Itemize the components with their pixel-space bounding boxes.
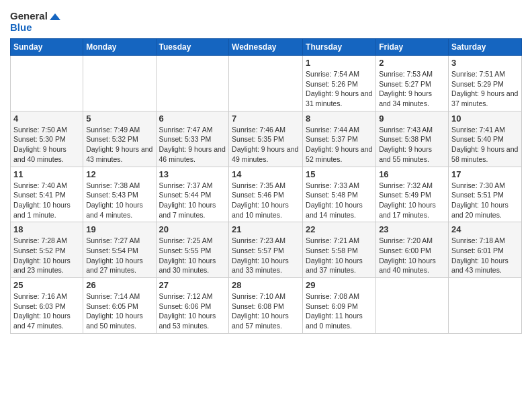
calendar-cell: 19Sunrise: 7:27 AMSunset: 5:54 PMDayligh… (83, 222, 156, 278)
day-info: Sunrise: 7:27 AMSunset: 5:54 PMDaylight:… (86, 236, 152, 275)
day-number: 23 (379, 224, 445, 234)
calendar-cell: 26Sunrise: 7:14 AMSunset: 6:05 PMDayligh… (83, 278, 156, 334)
weekday-header-row: SundayMondayTuesdayWednesdayThursdayFrid… (11, 39, 522, 56)
calendar-cell: 14Sunrise: 7:35 AMSunset: 5:46 PMDayligh… (229, 167, 303, 222)
calendar-cell (376, 278, 449, 334)
day-number: 5 (86, 113, 152, 124)
calendar-cell: 17Sunrise: 7:30 AMSunset: 5:51 PMDayligh… (449, 167, 522, 222)
weekday-header-wednesday: Wednesday (229, 39, 303, 56)
day-info: Sunrise: 7:12 AMSunset: 6:06 PMDaylight:… (159, 291, 226, 331)
calendar-cell: 3Sunrise: 7:51 AMSunset: 5:29 PMDaylight… (449, 56, 522, 111)
calendar-cell: 7Sunrise: 7:46 AMSunset: 5:35 PMDaylight… (229, 111, 303, 167)
day-info: Sunrise: 7:33 AMSunset: 5:48 PMDaylight:… (306, 181, 373, 220)
logo-container: General Blue (10, 11, 60, 33)
day-info: Sunrise: 7:21 AMSunset: 5:58 PMDaylight:… (306, 236, 373, 275)
day-number: 15 (306, 169, 373, 179)
calendar-cell: 28Sunrise: 7:10 AMSunset: 6:08 PMDayligh… (229, 278, 303, 334)
calendar-cell: 11Sunrise: 7:40 AMSunset: 5:41 PMDayligh… (11, 167, 83, 222)
calendar-cell: 23Sunrise: 7:20 AMSunset: 6:00 PMDayligh… (376, 222, 449, 278)
day-number: 18 (13, 224, 80, 234)
day-number: 26 (86, 280, 152, 290)
calendar-cell: 2Sunrise: 7:53 AMSunset: 5:27 PMDaylight… (376, 56, 449, 111)
calendar-cell: 6Sunrise: 7:47 AMSunset: 5:33 PMDaylight… (156, 111, 229, 167)
day-info: Sunrise: 7:54 AMSunset: 5:26 PMDaylight:… (306, 69, 373, 109)
day-info: Sunrise: 7:25 AMSunset: 5:55 PMDaylight:… (159, 236, 226, 275)
day-info: Sunrise: 7:10 AMSunset: 6:08 PMDaylight:… (232, 291, 300, 331)
day-number: 28 (232, 280, 300, 290)
day-info: Sunrise: 7:43 AMSunset: 5:38 PMDaylight:… (379, 125, 445, 165)
day-info: Sunrise: 7:46 AMSunset: 5:35 PMDaylight:… (232, 125, 300, 165)
day-number: 10 (451, 113, 519, 124)
day-number: 7 (232, 113, 300, 124)
calendar-week-row: 18Sunrise: 7:28 AMSunset: 5:52 PMDayligh… (11, 222, 522, 278)
day-number: 25 (13, 280, 80, 290)
calendar-week-row: 25Sunrise: 7:16 AMSunset: 6:03 PMDayligh… (11, 278, 522, 334)
day-number: 21 (232, 224, 300, 234)
day-number: 2 (379, 58, 445, 68)
weekday-header-sunday: Sunday (11, 39, 83, 56)
calendar-cell: 27Sunrise: 7:12 AMSunset: 6:06 PMDayligh… (156, 278, 229, 334)
calendar-cell: 8Sunrise: 7:44 AMSunset: 5:37 PMDaylight… (303, 111, 376, 167)
day-number: 20 (159, 224, 226, 234)
day-number: 24 (451, 224, 519, 234)
weekday-header-saturday: Saturday (449, 39, 522, 56)
day-info: Sunrise: 7:20 AMSunset: 6:00 PMDaylight:… (379, 236, 445, 275)
calendar-cell (156, 56, 229, 111)
day-number: 4 (13, 113, 80, 124)
day-info: Sunrise: 7:38 AMSunset: 5:43 PMDaylight:… (86, 181, 152, 220)
calendar-cell (449, 278, 522, 334)
calendar-cell: 1Sunrise: 7:54 AMSunset: 5:26 PMDaylight… (303, 56, 376, 111)
day-number: 3 (451, 58, 519, 68)
day-number: 22 (306, 224, 373, 234)
calendar-cell: 20Sunrise: 7:25 AMSunset: 5:55 PMDayligh… (156, 222, 229, 278)
calendar-cell: 29Sunrise: 7:08 AMSunset: 6:09 PMDayligh… (303, 278, 376, 334)
day-number: 17 (451, 169, 519, 179)
calendar-week-row: 4Sunrise: 7:50 AMSunset: 5:30 PMDaylight… (11, 111, 522, 167)
day-number: 19 (86, 224, 152, 234)
logo: General Blue (10, 11, 60, 33)
calendar-cell: 13Sunrise: 7:37 AMSunset: 5:44 PMDayligh… (156, 167, 229, 222)
calendar-cell (229, 56, 303, 111)
day-info: Sunrise: 7:32 AMSunset: 5:49 PMDaylight:… (379, 181, 445, 220)
calendar-cell: 5Sunrise: 7:49 AMSunset: 5:32 PMDaylight… (83, 111, 156, 167)
day-number: 27 (159, 280, 226, 290)
day-number: 8 (306, 113, 373, 124)
day-number: 6 (159, 113, 226, 124)
weekday-header-tuesday: Tuesday (156, 39, 229, 56)
day-number: 12 (86, 169, 152, 179)
day-number: 14 (232, 169, 300, 179)
day-info: Sunrise: 7:16 AMSunset: 6:03 PMDaylight:… (13, 291, 80, 331)
calendar-cell: 9Sunrise: 7:43 AMSunset: 5:38 PMDaylight… (376, 111, 449, 167)
day-info: Sunrise: 7:50 AMSunset: 5:30 PMDaylight:… (13, 125, 80, 165)
calendar-cell: 12Sunrise: 7:38 AMSunset: 5:43 PMDayligh… (83, 167, 156, 222)
calendar-cell: 10Sunrise: 7:41 AMSunset: 5:40 PMDayligh… (449, 111, 522, 167)
day-number: 1 (306, 58, 373, 68)
day-info: Sunrise: 7:51 AMSunset: 5:29 PMDaylight:… (451, 69, 519, 109)
day-info: Sunrise: 7:49 AMSunset: 5:32 PMDaylight:… (86, 125, 152, 165)
calendar-cell: 16Sunrise: 7:32 AMSunset: 5:49 PMDayligh… (376, 167, 449, 222)
day-info: Sunrise: 7:14 AMSunset: 6:05 PMDaylight:… (86, 291, 152, 331)
calendar-cell: 22Sunrise: 7:21 AMSunset: 5:58 PMDayligh… (303, 222, 376, 278)
day-number: 16 (379, 169, 445, 179)
day-number: 11 (13, 169, 80, 179)
calendar-cell (11, 56, 83, 111)
day-number: 13 (159, 169, 226, 179)
calendar-table: SundayMondayTuesdayWednesdayThursdayFrid… (10, 38, 522, 334)
day-info: Sunrise: 7:23 AMSunset: 5:57 PMDaylight:… (232, 236, 300, 275)
weekday-header-thursday: Thursday (303, 39, 376, 56)
day-info: Sunrise: 7:37 AMSunset: 5:44 PMDaylight:… (159, 181, 226, 220)
day-info: Sunrise: 7:18 AMSunset: 6:01 PMDaylight:… (451, 236, 519, 275)
day-number: 9 (379, 113, 445, 124)
weekday-header-monday: Monday (83, 39, 156, 56)
day-info: Sunrise: 7:44 AMSunset: 5:37 PMDaylight:… (306, 125, 373, 165)
day-info: Sunrise: 7:35 AMSunset: 5:46 PMDaylight:… (232, 181, 300, 220)
calendar-week-row: 1Sunrise: 7:54 AMSunset: 5:26 PMDaylight… (11, 56, 522, 111)
logo-blue: Blue (10, 22, 60, 34)
day-info: Sunrise: 7:47 AMSunset: 5:33 PMDaylight:… (159, 125, 226, 165)
day-info: Sunrise: 7:08 AMSunset: 6:09 PMDaylight:… (306, 291, 373, 331)
calendar-cell: 4Sunrise: 7:50 AMSunset: 5:30 PMDaylight… (11, 111, 83, 167)
calendar-cell: 24Sunrise: 7:18 AMSunset: 6:01 PMDayligh… (449, 222, 522, 278)
calendar-cell: 15Sunrise: 7:33 AMSunset: 5:48 PMDayligh… (303, 167, 376, 222)
calendar-week-row: 11Sunrise: 7:40 AMSunset: 5:41 PMDayligh… (11, 167, 522, 222)
calendar-cell: 21Sunrise: 7:23 AMSunset: 5:57 PMDayligh… (229, 222, 303, 278)
